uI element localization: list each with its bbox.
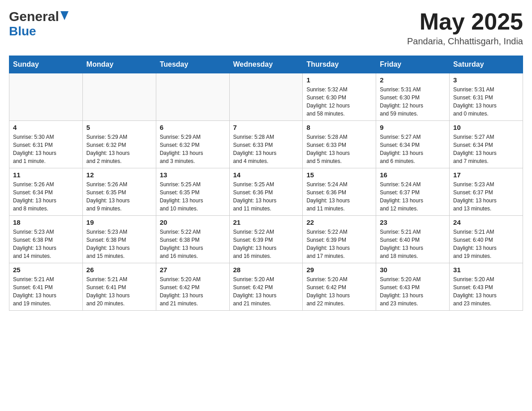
day-number: 27 <box>160 266 226 274</box>
day-info: Sunrise: 5:20 AMSunset: 6:42 PMDaylight:… <box>233 275 299 308</box>
calendar-cell: 7Sunrise: 5:28 AMSunset: 6:33 PMDaylight… <box>229 121 303 168</box>
day-number: 23 <box>380 218 446 226</box>
calendar-cell: 19Sunrise: 5:23 AMSunset: 6:38 PMDayligh… <box>82 216 156 263</box>
day-number: 10 <box>453 124 519 131</box>
day-header-saturday: Saturday <box>450 56 523 73</box>
day-header-monday: Monday <box>82 56 156 73</box>
title-block: May 2025 Pandaria, Chhattisgarh, India <box>407 9 523 47</box>
logo: General Blue <box>9 9 69 39</box>
day-info: Sunrise: 5:26 AMSunset: 6:34 PMDaylight:… <box>13 180 79 213</box>
calendar-cell: 8Sunrise: 5:28 AMSunset: 6:33 PMDaylight… <box>303 121 376 168</box>
day-number: 13 <box>160 171 226 179</box>
calendar-cell: 3Sunrise: 5:31 AMSunset: 6:31 PMDaylight… <box>450 73 523 121</box>
day-info: Sunrise: 5:20 AMSunset: 6:43 PMDaylight:… <box>453 275 519 308</box>
day-number: 17 <box>453 171 519 179</box>
day-number: 2 <box>380 76 446 84</box>
day-header-thursday: Thursday <box>303 56 376 73</box>
calendar-cell: 15Sunrise: 5:24 AMSunset: 6:36 PMDayligh… <box>303 168 376 216</box>
calendar-cell: 18Sunrise: 5:23 AMSunset: 6:38 PMDayligh… <box>9 216 83 263</box>
day-number: 21 <box>233 218 299 226</box>
day-info: Sunrise: 5:20 AMSunset: 6:42 PMDaylight:… <box>306 275 372 308</box>
calendar-table: SundayMondayTuesdayWednesdayThursdayFrid… <box>9 56 523 311</box>
calendar-cell: 28Sunrise: 5:20 AMSunset: 6:42 PMDayligh… <box>229 263 303 311</box>
week-row-3: 11Sunrise: 5:26 AMSunset: 6:34 PMDayligh… <box>9 168 523 216</box>
month-title: May 2025 <box>407 9 523 34</box>
day-info: Sunrise: 5:32 AMSunset: 6:30 PMDaylight:… <box>306 86 372 118</box>
week-row-4: 18Sunrise: 5:23 AMSunset: 6:38 PMDayligh… <box>9 216 523 263</box>
day-number: 6 <box>160 124 226 131</box>
calendar-cell: 31Sunrise: 5:20 AMSunset: 6:43 PMDayligh… <box>450 263 523 311</box>
day-number: 26 <box>86 266 152 274</box>
day-number: 19 <box>86 218 152 226</box>
calendar-cell: 2Sunrise: 5:31 AMSunset: 6:30 PMDaylight… <box>376 73 450 121</box>
day-info: Sunrise: 5:23 AMSunset: 6:37 PMDaylight:… <box>453 180 519 213</box>
week-row-5: 25Sunrise: 5:21 AMSunset: 6:41 PMDayligh… <box>9 263 523 311</box>
day-info: Sunrise: 5:29 AMSunset: 6:32 PMDaylight:… <box>160 133 226 165</box>
calendar-cell: 25Sunrise: 5:21 AMSunset: 6:41 PMDayligh… <box>9 263 83 311</box>
day-info: Sunrise: 5:25 AMSunset: 6:35 PMDaylight:… <box>160 180 226 213</box>
day-info: Sunrise: 5:24 AMSunset: 6:36 PMDaylight:… <box>306 180 372 213</box>
day-number: 24 <box>453 218 519 226</box>
calendar-cell: 6Sunrise: 5:29 AMSunset: 6:32 PMDaylight… <box>156 121 229 168</box>
calendar-cell: 22Sunrise: 5:22 AMSunset: 6:39 PMDayligh… <box>303 216 376 263</box>
day-header-tuesday: Tuesday <box>156 56 229 73</box>
calendar-cell <box>82 73 156 121</box>
day-info: Sunrise: 5:31 AMSunset: 6:30 PMDaylight:… <box>380 86 446 118</box>
day-number: 12 <box>86 171 152 179</box>
day-info: Sunrise: 5:21 AMSunset: 6:41 PMDaylight:… <box>13 275 79 308</box>
day-number: 16 <box>380 171 446 179</box>
calendar-cell <box>9 73 83 121</box>
day-header-friday: Friday <box>376 56 450 73</box>
day-number: 11 <box>13 171 79 179</box>
calendar-cell: 17Sunrise: 5:23 AMSunset: 6:37 PMDayligh… <box>450 168 523 216</box>
day-number: 14 <box>233 171 299 179</box>
day-number: 3 <box>453 76 519 84</box>
day-info: Sunrise: 5:22 AMSunset: 6:39 PMDaylight:… <box>306 228 372 260</box>
calendar-cell <box>229 73 303 121</box>
calendar-cell: 4Sunrise: 5:30 AMSunset: 6:31 PMDaylight… <box>9 121 83 168</box>
calendar-cell: 30Sunrise: 5:20 AMSunset: 6:43 PMDayligh… <box>376 263 450 311</box>
day-number: 28 <box>233 266 299 274</box>
day-info: Sunrise: 5:22 AMSunset: 6:39 PMDaylight:… <box>233 228 299 260</box>
day-number: 30 <box>380 266 446 274</box>
day-number: 22 <box>306 218 372 226</box>
day-header-wednesday: Wednesday <box>229 56 303 73</box>
calendar-cell: 23Sunrise: 5:21 AMSunset: 6:40 PMDayligh… <box>376 216 450 263</box>
day-info: Sunrise: 5:28 AMSunset: 6:33 PMDaylight:… <box>306 133 372 165</box>
svg-marker-0 <box>60 11 69 20</box>
day-info: Sunrise: 5:30 AMSunset: 6:31 PMDaylight:… <box>13 133 79 165</box>
calendar-cell: 14Sunrise: 5:25 AMSunset: 6:36 PMDayligh… <box>229 168 303 216</box>
day-info: Sunrise: 5:23 AMSunset: 6:38 PMDaylight:… <box>86 228 152 260</box>
day-info: Sunrise: 5:20 AMSunset: 6:42 PMDaylight:… <box>160 275 226 308</box>
calendar-cell: 9Sunrise: 5:27 AMSunset: 6:34 PMDaylight… <box>376 121 450 168</box>
calendar-cell: 12Sunrise: 5:26 AMSunset: 6:35 PMDayligh… <box>82 168 156 216</box>
day-header-sunday: Sunday <box>9 56 83 73</box>
day-info: Sunrise: 5:25 AMSunset: 6:36 PMDaylight:… <box>233 180 299 213</box>
day-info: Sunrise: 5:28 AMSunset: 6:33 PMDaylight:… <box>233 133 299 165</box>
calendar-cell: 13Sunrise: 5:25 AMSunset: 6:35 PMDayligh… <box>156 168 229 216</box>
day-info: Sunrise: 5:22 AMSunset: 6:38 PMDaylight:… <box>160 228 226 260</box>
day-number: 15 <box>306 171 372 179</box>
day-info: Sunrise: 5:23 AMSunset: 6:38 PMDaylight:… <box>13 228 79 260</box>
calendar-cell: 29Sunrise: 5:20 AMSunset: 6:42 PMDayligh… <box>303 263 376 311</box>
calendar-cell <box>156 73 229 121</box>
logo-triangle-icon <box>60 11 69 22</box>
calendar-cell: 5Sunrise: 5:29 AMSunset: 6:32 PMDaylight… <box>82 121 156 168</box>
day-info: Sunrise: 5:29 AMSunset: 6:32 PMDaylight:… <box>86 133 152 165</box>
day-info: Sunrise: 5:27 AMSunset: 6:34 PMDaylight:… <box>380 133 446 165</box>
day-number: 29 <box>306 266 372 274</box>
day-info: Sunrise: 5:24 AMSunset: 6:37 PMDaylight:… <box>380 180 446 213</box>
day-number: 5 <box>86 124 152 131</box>
day-info: Sunrise: 5:21 AMSunset: 6:40 PMDaylight:… <box>453 228 519 260</box>
day-info: Sunrise: 5:21 AMSunset: 6:41 PMDaylight:… <box>86 275 152 308</box>
calendar-cell: 20Sunrise: 5:22 AMSunset: 6:38 PMDayligh… <box>156 216 229 263</box>
calendar-cell: 26Sunrise: 5:21 AMSunset: 6:41 PMDayligh… <box>82 263 156 311</box>
logo-general-text: General <box>9 9 59 24</box>
day-info: Sunrise: 5:21 AMSunset: 6:40 PMDaylight:… <box>380 228 446 260</box>
day-info: Sunrise: 5:27 AMSunset: 6:34 PMDaylight:… <box>453 133 519 165</box>
day-number: 4 <box>13 124 79 131</box>
day-number: 8 <box>306 124 372 131</box>
week-row-2: 4Sunrise: 5:30 AMSunset: 6:31 PMDaylight… <box>9 121 523 168</box>
calendar-cell: 10Sunrise: 5:27 AMSunset: 6:34 PMDayligh… <box>450 121 523 168</box>
calendar-cell: 24Sunrise: 5:21 AMSunset: 6:40 PMDayligh… <box>450 216 523 263</box>
